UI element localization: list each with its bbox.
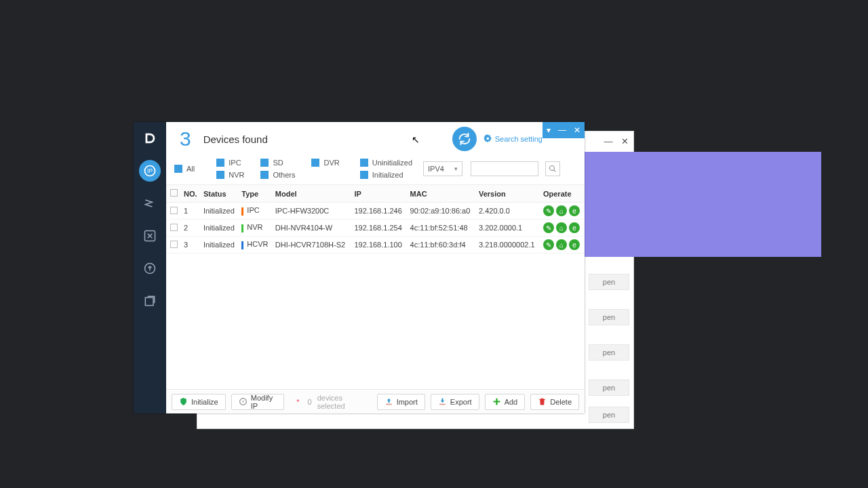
refresh-icon <box>457 131 472 146</box>
filter-uninitialized[interactable]: Uninitialized <box>360 159 412 167</box>
cell-mac: 90:02:a9:10:86:a0 <box>408 203 476 220</box>
web-button[interactable]: ⌂ <box>556 205 567 216</box>
cell-model: DHI-NVR4104-W <box>273 220 352 237</box>
cell-no: 1 <box>181 203 201 220</box>
cell-no: 3 <box>181 237 201 253</box>
select-all-checkbox[interactable] <box>170 189 178 197</box>
bg-purple-panel <box>577 152 821 257</box>
col-operate: Operate <box>540 185 585 203</box>
refresh-button[interactable] <box>452 127 477 151</box>
edit-button[interactable]: ✎ <box>543 239 554 250</box>
sidebar-item-tools[interactable] <box>134 220 166 252</box>
bg-minimize-button[interactable]: — <box>604 136 613 146</box>
col-type[interactable]: Type <box>239 185 272 203</box>
ip-version-select[interactable]: IPV4 ▾ <box>423 161 462 176</box>
import-button[interactable]: Import <box>377 394 425 410</box>
search-icon <box>549 165 557 173</box>
sidebar-item-ip[interactable]: IP <box>139 160 161 182</box>
filter-others[interactable]: Others <box>260 171 295 179</box>
search-input[interactable] <box>471 161 538 176</box>
sidebar-item-template[interactable] <box>134 285 166 317</box>
import-icon <box>384 397 393 406</box>
table-row[interactable]: 3InitializedHCVRDHI-HCVR7108H-S2192.168.… <box>166 237 585 253</box>
col-ip[interactable]: IP <box>351 185 407 203</box>
table-row[interactable]: 2InitializedNVRDHI-NVR4104-W192.168.1.25… <box>166 220 585 237</box>
bg-open-button-5[interactable]: pen <box>589 407 629 423</box>
edit-button[interactable]: ✎ <box>543 222 554 233</box>
gear-icon <box>484 134 492 144</box>
cell-type: HCVR <box>239 237 272 253</box>
cell-mac: 4c:11:bf:52:51:48 <box>408 220 476 237</box>
delete-button[interactable]: Delete <box>530 394 579 410</box>
device-table: NO. Status Type Model IP MAC Version Ope… <box>166 185 585 389</box>
cell-version: 3.202.0000.1 <box>476 220 540 237</box>
cell-ip: 192.168.1.246 <box>351 203 407 220</box>
search-setting-label: Search setting <box>495 135 542 143</box>
filter-sd[interactable]: SD <box>260 159 295 167</box>
main-panel: ▾ — ✕ 3 Devices found Search setting All… <box>166 122 585 413</box>
browser-button[interactable]: e <box>569 239 580 250</box>
cell-no: 2 <box>181 220 201 237</box>
browser-button[interactable]: e <box>569 205 580 216</box>
table-row[interactable]: 1InitializedIPCIPC-HFW3200C192.168.1.246… <box>166 203 585 220</box>
bg-open-button-1[interactable]: pen <box>589 274 629 290</box>
filter-dvr[interactable]: DVR <box>311 159 339 167</box>
ip-icon: IP <box>239 397 248 406</box>
svg-text:IP: IP <box>147 167 153 174</box>
web-button[interactable]: ⌂ <box>556 222 567 233</box>
row-checkbox[interactable] <box>170 224 178 231</box>
bg-open-button-3[interactable]: pen <box>589 344 629 361</box>
col-no[interactable]: NO. <box>181 185 201 203</box>
filter-all[interactable]: All <box>174 165 195 173</box>
col-version[interactable]: Version <box>476 185 540 203</box>
cell-operate: ✎⌂e <box>540 203 585 220</box>
bg-open-button-2[interactable]: pen <box>589 309 629 325</box>
filter-ipc[interactable]: IPC <box>216 159 244 167</box>
bottom-toolbar: Initialize IP Modify IP * 0 devices sele… <box>166 389 585 413</box>
modify-ip-button[interactable]: IP Modify IP <box>231 394 285 410</box>
edit-button[interactable]: ✎ <box>543 205 554 216</box>
trash-icon <box>538 397 547 406</box>
cell-model: IPC-HFW3200C <box>273 203 352 220</box>
bg-close-button[interactable]: ✕ <box>620 136 629 146</box>
browser-button[interactable]: e <box>569 222 580 233</box>
svg-rect-4 <box>145 298 153 306</box>
web-button[interactable]: ⌂ <box>556 239 567 250</box>
cell-type: NVR <box>239 220 272 237</box>
cell-type: IPC <box>239 203 272 220</box>
plus-icon <box>492 397 501 406</box>
shield-icon <box>179 397 188 406</box>
sidebar-item-settings[interactable] <box>134 187 166 220</box>
cell-status: Initialized <box>201 237 239 253</box>
selected-label: devices selected <box>317 394 366 410</box>
col-model[interactable]: Model <box>273 185 352 203</box>
sidebar-item-upload[interactable] <box>134 252 166 285</box>
cell-status: Initialized <box>201 220 239 237</box>
filter-initialized[interactable]: Initialized <box>360 171 412 179</box>
header: 3 Devices found Search setting <box>166 122 585 156</box>
search-setting-link[interactable]: Search setting <box>484 134 542 144</box>
cell-version: 2.420.0.0 <box>476 203 540 220</box>
row-checkbox[interactable] <box>170 207 178 214</box>
search-button[interactable] <box>545 161 560 176</box>
page-title: Devices found <box>203 134 268 145</box>
required-star: * <box>296 398 299 406</box>
cell-operate: ✎⌂e <box>540 220 585 237</box>
table-header-row: NO. Status Type Model IP MAC Version Ope… <box>166 185 585 203</box>
app-logo <box>134 122 166 155</box>
row-checkbox[interactable] <box>170 241 178 248</box>
cell-model: DHI-HCVR7108H-S2 <box>273 237 352 253</box>
device-count: 3 <box>180 127 191 150</box>
export-button[interactable]: Export <box>431 394 479 410</box>
col-mac[interactable]: MAC <box>408 185 476 203</box>
col-status[interactable]: Status <box>201 185 239 203</box>
filter-bar: All IPC NVR SD Others DVR Uninitialized … <box>166 156 585 185</box>
selected-count: 0 <box>308 398 312 406</box>
export-icon <box>438 397 447 406</box>
initialize-button[interactable]: Initialize <box>172 394 226 410</box>
bg-open-button-4[interactable]: pen <box>589 380 629 396</box>
cell-operate: ✎⌂e <box>540 237 585 253</box>
svg-text:IP: IP <box>241 400 244 403</box>
add-button[interactable]: Add <box>485 394 526 410</box>
filter-nvr[interactable]: NVR <box>216 171 244 179</box>
